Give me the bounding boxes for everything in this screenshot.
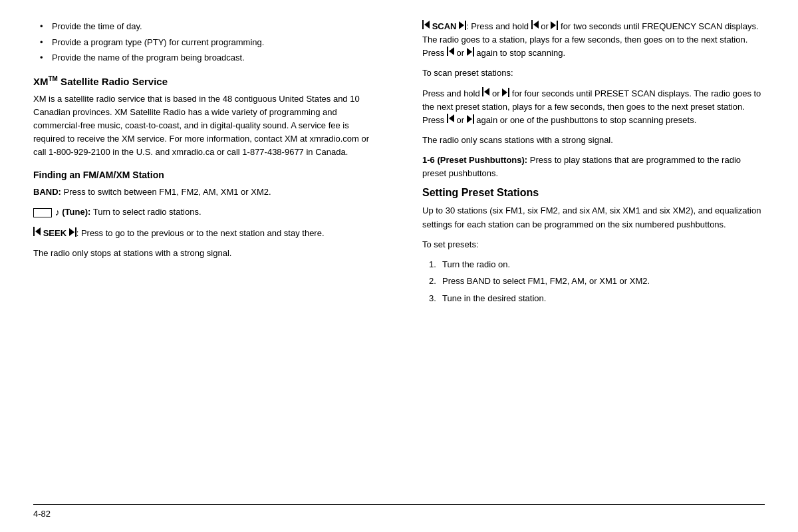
tl3: [449, 47, 454, 55]
tl4: [484, 88, 489, 96]
triangle-right-scan: [459, 21, 464, 29]
preset-steps-list: 1. Turn the radio on. 2. Press BAND to s…: [429, 258, 765, 305]
music-note-icon: ♪: [55, 207, 60, 217]
to-scan-presets: To scan preset stations:: [422, 66, 765, 80]
list-item: Provide the time of day.: [40, 20, 376, 33]
bl4: [482, 87, 483, 96]
list-item: 3. Tune in the desired station.: [429, 292, 765, 305]
page-footer: 4-82: [33, 504, 765, 519]
tr3: [467, 48, 472, 56]
xm-body: XM is a satellite radio service that is …: [33, 92, 376, 160]
scan-stop-left: [447, 47, 454, 56]
press-hold-paragraph: Press and hold or for four seconds until…: [422, 87, 765, 127]
setting-preset-intro: Up to 30 stations (six FM1, six FM2, and…: [422, 204, 765, 231]
scan-hold-right: [551, 21, 558, 30]
list-item: 2. Press BAND to select FM1, FM2, AM, or…: [429, 275, 765, 288]
rect-icon: [33, 208, 52, 217]
triangle-right-hold: [551, 21, 556, 29]
bar-left-icon: [33, 227, 35, 236]
seek-icon-right: [69, 227, 76, 237]
list-item: Provide a program type (PTY) for current…: [40, 36, 376, 49]
ph-right: [502, 88, 509, 97]
tune-paragraph: ♪ (Tune): Turn to select radio stations.: [33, 205, 376, 220]
bar-right-hold: [557, 21, 558, 30]
right-column: SCAN : Press and hold or for two seconds…: [416, 20, 765, 497]
tr4: [502, 88, 507, 96]
tune-label: (Tune):: [62, 207, 90, 217]
ph-left: [482, 87, 489, 96]
bl5: [447, 114, 448, 123]
strong-signal-left: The radio only stops at stations with a …: [33, 247, 376, 260]
br5: [473, 114, 474, 124]
br4: [508, 88, 509, 97]
to-set-presets: To set presets:: [422, 238, 765, 251]
page-number: 4-82: [33, 509, 51, 519]
list-item: Provide the name of the program being br…: [40, 51, 376, 65]
tr5: [467, 115, 472, 123]
seek-paragraph: SEEK : Press to go to the previous or to…: [33, 227, 376, 240]
band-paragraph: BAND: Press to switch between FM1, FM2, …: [33, 186, 376, 199]
bar-left-scan: [422, 20, 424, 29]
page-container: Provide the time of day. Provide a progr…: [0, 0, 798, 532]
scan-paragraph: SCAN : Press and hold or for two seconds…: [422, 20, 765, 60]
ph-stop-left: [447, 114, 454, 123]
bar-left-hold: [531, 20, 533, 29]
band-label: BAND:: [33, 187, 61, 197]
triangle-left-hold: [533, 21, 539, 29]
finding-heading: Finding an FM/AM/XM Station: [33, 170, 376, 180]
scan-label: SCAN: [432, 21, 457, 31]
preset-pushbuttons-paragraph: 1-6 (Preset Pushbuttons): Press to play …: [422, 154, 765, 180]
strong-signal-right: The radio only scans stations with a str…: [422, 134, 765, 147]
seek-label: SEEK: [43, 228, 66, 238]
br3: [473, 47, 474, 57]
scan-icon-left: [422, 20, 430, 29]
triangle-left-scan: [424, 21, 430, 29]
tl5: [449, 114, 454, 122]
scan-stop-right: [467, 47, 474, 57]
xm-heading: XMTM Satellite Radio Service: [33, 75, 376, 87]
preset-pushbuttons-label: 1-6 (Preset Pushbuttons):: [422, 155, 527, 165]
scan-hold-left: [531, 20, 539, 29]
ph-stop-right: [467, 114, 474, 124]
bullet-list: Provide the time of day. Provide a progr…: [40, 20, 376, 65]
left-column: Provide the time of day. Provide a progr…: [33, 20, 389, 497]
bl3: [447, 47, 448, 56]
setting-preset-heading: Setting Preset Stations: [422, 187, 765, 199]
content-area: Provide the time of day. Provide a progr…: [33, 20, 765, 497]
seek-icon-left: [33, 227, 41, 236]
list-item: 1. Turn the radio on.: [429, 258, 765, 271]
scan-icon-right: [459, 21, 466, 30]
triangle-right-icon: [69, 228, 74, 236]
triangle-left-icon: [35, 227, 41, 235]
